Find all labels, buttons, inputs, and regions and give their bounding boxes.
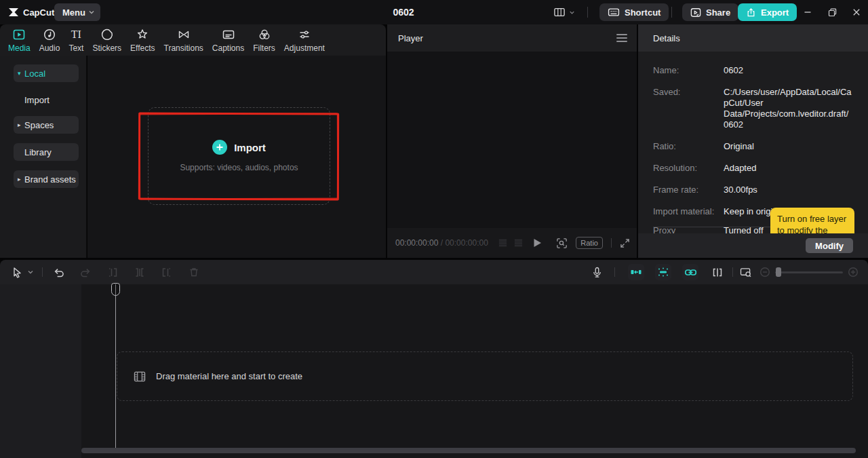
link-icon (685, 269, 696, 276)
layout-button[interactable] (553, 3, 575, 22)
split-right-button[interactable] (159, 260, 175, 284)
sidebar-item-label: Library (24, 147, 52, 157)
playhead-line[interactable] (115, 284, 116, 448)
split-left-icon (107, 267, 118, 278)
player-title: Player (398, 33, 423, 43)
tab-transitions[interactable]: Transitions (164, 28, 203, 53)
share-button[interactable]: Share (682, 3, 738, 21)
timeline-zoom-slider[interactable] (775, 271, 843, 273)
triangle-right-icon: ▸ (18, 121, 21, 128)
text-icon: TI (71, 28, 81, 41)
sliders-icon (298, 28, 311, 41)
keyboard-icon (608, 7, 620, 17)
tab-label: Media (8, 43, 31, 53)
shortcut-label: Shortcut (625, 7, 660, 18)
modify-button[interactable]: Modify (806, 238, 853, 253)
auto-splice-toggle[interactable] (655, 264, 671, 280)
detail-row-framerate: Frame rate: 30.00fps (653, 185, 853, 195)
detail-row-resolution: Resolution: Adapted (653, 163, 853, 174)
detail-label: Name: (653, 65, 724, 76)
timeline-zoom-in-button[interactable] (845, 260, 861, 284)
sidebar-item-import[interactable]: Import (14, 91, 79, 109)
tab-effects[interactable]: Effects (130, 28, 155, 53)
sidebar-item-library[interactable]: Library (14, 143, 79, 161)
record-voiceover-button[interactable] (589, 260, 605, 284)
restore-button[interactable] (822, 0, 842, 24)
magnet-snap-icon (631, 268, 642, 276)
minimize-button[interactable] (797, 0, 818, 24)
detail-row-name: Name: 0602 (653, 65, 853, 76)
timeline-dropzone[interactable]: Drag material here and start to create (117, 351, 853, 401)
tab-media[interactable]: Media (8, 28, 31, 53)
close-button[interactable] (846, 0, 867, 24)
import-dropzone[interactable]: Import Supports: videos, audios, photos (148, 107, 330, 205)
export-label: Export (761, 7, 789, 18)
tab-text[interactable]: TI Text (68, 28, 83, 53)
cursor-mode-dropdown[interactable] (26, 260, 35, 284)
menu-button[interactable]: Menu (54, 3, 100, 21)
split-button[interactable] (132, 260, 148, 284)
capcut-logo-icon (8, 7, 19, 17)
linkage-toggle[interactable] (682, 264, 698, 280)
ratio-button[interactable]: Ratio (576, 237, 603, 249)
close-icon (852, 8, 861, 16)
tab-filters[interactable]: Filters (253, 28, 275, 53)
play-icon[interactable] (533, 238, 542, 248)
timeline[interactable]: Drag material here and start to create (0, 284, 868, 458)
delete-button[interactable] (186, 260, 202, 284)
main-track-magnet-toggle[interactable] (628, 264, 644, 280)
fullscreen-icon[interactable] (620, 238, 630, 248)
timeline-view-settings-button[interactable] (738, 260, 754, 284)
export-button[interactable]: Export (738, 3, 797, 21)
detail-value: Adapted (724, 163, 853, 174)
timecode-separator: / (438, 238, 445, 248)
sidebar-item-local[interactable]: ▾ Local (14, 64, 79, 82)
chevron-down-icon (27, 269, 34, 275)
prev-frame-icon[interactable] (498, 238, 508, 248)
undo-button[interactable] (50, 260, 66, 284)
toolbar-divider (614, 267, 615, 277)
shortcut-button[interactable]: Shortcut (599, 3, 669, 21)
timeline-scrollbar[interactable] (81, 448, 856, 453)
next-frame-icon[interactable] (513, 238, 524, 248)
share-icon (690, 7, 701, 18)
select-cursor-button[interactable] (9, 260, 24, 284)
detail-label: Saved: (653, 87, 724, 130)
media-icon (12, 28, 26, 41)
media-sidebar: ▾ Local Import ▸ Spaces Library ▸ Brand … (0, 56, 87, 258)
restore-icon (828, 8, 837, 17)
details-title: Details (653, 33, 680, 43)
preview-axis-button[interactable] (709, 260, 726, 284)
sidebar-item-brand-assets[interactable]: ▸ Brand assets (14, 170, 79, 188)
audio-icon (43, 28, 56, 41)
tab-label: Text (68, 43, 83, 53)
details-body: Name: 0602 Saved: C:/Users/user/AppData/… (638, 52, 868, 227)
timeline-zoom-slider-handle[interactable] (776, 267, 781, 277)
tab-audio[interactable]: Audio (39, 28, 60, 53)
split-icon (134, 267, 145, 278)
focus-scan-icon[interactable] (556, 237, 568, 249)
minus-circle-icon (760, 267, 770, 278)
player-menu-icon[interactable] (616, 34, 627, 42)
track-header-column (0, 284, 81, 458)
capcut-window: CapCut Menu 0602 Shortcut Share Export (0, 0, 868, 458)
topbar-divider (671, 7, 672, 18)
tab-stickers[interactable]: Stickers (92, 28, 121, 53)
asset-tabbar: Media Audio TI Text Stickers Effects Tra… (0, 24, 386, 56)
split-left-button[interactable] (104, 260, 121, 284)
playhead-handle[interactable] (111, 283, 120, 296)
detail-value: Original (724, 141, 853, 152)
tab-adjustment[interactable]: Adjustment (284, 28, 325, 53)
sidebar-item-spaces[interactable]: ▸ Spaces (14, 116, 79, 134)
sidebar-item-label: Brand assets (24, 174, 76, 185)
menu-label: Menu (62, 7, 85, 18)
redo-button[interactable] (77, 260, 94, 284)
toolbar-divider (732, 267, 733, 277)
tab-captions[interactable]: Captions (212, 28, 244, 53)
timeline-zoom-out-button[interactable] (757, 260, 773, 284)
player-controls-divider (611, 238, 612, 248)
detail-value: 0602 (724, 65, 853, 76)
details-panel: Details Name: 0602 Saved: C:/Users/user/… (638, 24, 868, 258)
detail-label: Import material: (653, 206, 724, 217)
detail-row-ratio: Ratio: Original (653, 141, 853, 152)
